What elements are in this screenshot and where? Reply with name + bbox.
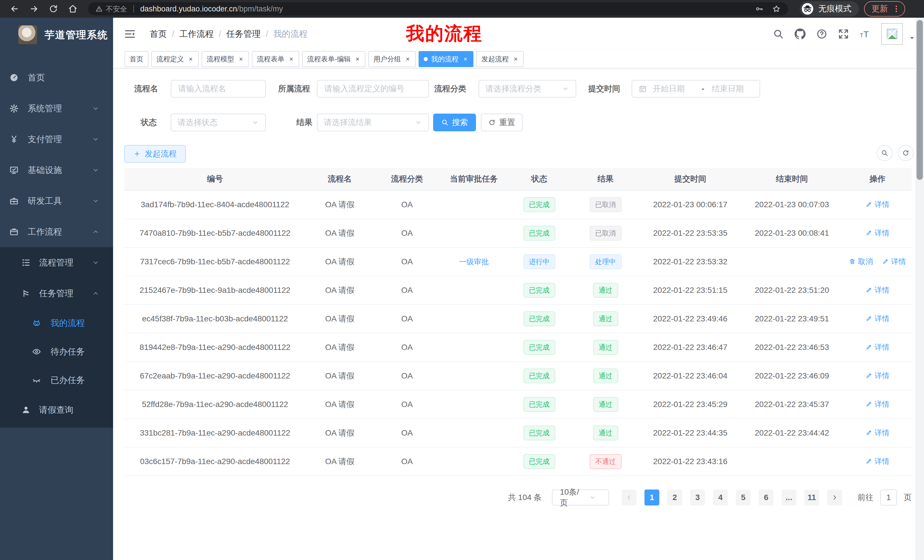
detail-link[interactable]: 详情 (866, 371, 890, 381)
app-logo[interactable]: 芋道管理系统 (0, 18, 113, 52)
close-icon[interactable] (405, 56, 411, 62)
not-secure-icon[interactable] (95, 5, 103, 13)
status-select[interactable]: 请选择状态 (171, 114, 266, 131)
sidebar-submenu-item[interactable]: 任务管理 (0, 278, 113, 309)
forward-icon[interactable] (29, 4, 39, 14)
sidebar-menu-item[interactable]: 系统管理 (0, 93, 113, 124)
tab[interactable]: 发起流程 (476, 51, 524, 67)
github-icon[interactable] (794, 28, 806, 40)
browser-update-button[interactable]: 更新 (864, 1, 905, 16)
start-process-button[interactable]: 发起流程 (124, 145, 186, 163)
page-button[interactable]: 1 (645, 490, 659, 506)
table-row[interactable]: 2152467e-7b9b-11ec-9a1b-acde48001122 OA … (124, 276, 912, 305)
password-key-icon[interactable] (755, 4, 764, 13)
address-bar[interactable]: 不安全 dashboard.yudao.iocoder.cn /bpm/task… (88, 2, 788, 15)
table-search-toggle-button[interactable] (877, 145, 892, 161)
table-row[interactable]: 7317cec6-7b9b-11ec-b5b7-acde48001122 OA … (124, 248, 912, 276)
table-row[interactable]: ec45f38f-7b9a-11ec-b03b-acde48001122 OA … (124, 305, 912, 333)
reset-button[interactable]: 重置 (481, 114, 522, 131)
detail-link[interactable]: 详情 (866, 428, 890, 438)
search-icon[interactable] (772, 28, 784, 40)
close-icon[interactable] (355, 56, 360, 62)
process-name-input[interactable] (178, 84, 259, 94)
table-row[interactable]: 331bc281-7b9a-11ec-a290-acde48001122 OA … (124, 419, 912, 448)
sidebar-task-item[interactable]: 我的流程 (0, 309, 113, 337)
bookmark-star-icon[interactable] (772, 4, 781, 13)
page-button[interactable]: 5 (736, 490, 751, 506)
fullscreen-icon[interactable] (838, 28, 849, 40)
page-button[interactable]: 2 (667, 490, 682, 506)
table-refresh-button[interactable] (898, 145, 914, 161)
prev-page-button[interactable] (622, 490, 636, 506)
page-button[interactable]: ... (782, 490, 796, 506)
category-select[interactable]: 请选择流程分类 (478, 80, 576, 97)
sidebar-menu-item[interactable]: 工作流程 (0, 216, 113, 247)
date-range-picker[interactable]: 开始日期 - 结束日期 (632, 80, 760, 97)
table-row[interactable]: 67c2eaab-7b9a-11ec-a290-acde48001122 OA … (124, 362, 912, 391)
sidebar-menu-item[interactable]: 基础设施 (0, 155, 113, 186)
scrollbar-track[interactable] (915, 18, 924, 560)
breadcrumb-item[interactable]: 首页 (150, 28, 167, 40)
sidebar-menu-item[interactable]: 首页 (0, 62, 113, 93)
cell-actions: 详情 (843, 342, 912, 353)
table-row[interactable]: 819442e8-7b9a-11ec-a290-acde48001122 OA … (124, 333, 912, 362)
close-icon[interactable] (513, 56, 519, 62)
result-select[interactable]: 请选择流结果 (317, 114, 429, 131)
close-icon[interactable] (238, 56, 244, 62)
caret-down-icon[interactable] (909, 34, 915, 41)
page-button[interactable]: 3 (690, 490, 705, 506)
sidebar-item-leave-query[interactable]: 请假查询 (0, 394, 113, 425)
page-button[interactable]: 4 (713, 490, 728, 506)
page-button[interactable]: 11 (804, 490, 819, 506)
plus-icon (134, 150, 141, 157)
tab[interactable]: 用户分组 (368, 51, 416, 67)
close-icon[interactable] (288, 56, 294, 62)
menu-kebab-icon[interactable] (892, 4, 901, 13)
detail-link[interactable]: 详情 (866, 199, 890, 210)
reload-icon[interactable] (48, 4, 58, 14)
close-icon[interactable] (188, 56, 194, 62)
table-row[interactable]: 7470a810-7b9b-11ec-b5b7-acde48001122 OA … (124, 219, 912, 248)
back-icon[interactable] (10, 4, 20, 14)
next-page-button[interactable] (827, 490, 842, 506)
search-button[interactable]: 搜索 (433, 114, 476, 131)
table-row[interactable]: 52ffd28e-7b9a-11ec-a290-acde48001122 OA … (124, 391, 912, 419)
home-icon[interactable] (68, 4, 78, 14)
sidebar-task-item[interactable]: 已办任务 (0, 366, 113, 394)
tab[interactable]: 我的流程 (418, 51, 473, 67)
cell-end-time: 2022-01-22 23:49:51 (741, 314, 843, 323)
tab[interactable]: 流程模型 (202, 51, 249, 67)
scrollbar-thumb[interactable] (916, 20, 923, 180)
tab[interactable]: 流程表单-编辑 (302, 51, 366, 67)
detail-link[interactable]: 详情 (866, 457, 890, 466)
tab[interactable]: 首页 (124, 51, 148, 67)
tab[interactable]: 流程表单 (252, 51, 299, 67)
table-row[interactable]: 3ad174fb-7b9d-11ec-8404-acde48001122 OA … (124, 191, 912, 219)
table-row[interactable]: 03c6c157-7b9a-11ec-a290-acde48001122 OA … (124, 448, 912, 476)
detail-link[interactable]: 详情 (866, 399, 890, 409)
help-icon[interactable] (816, 28, 828, 40)
tab[interactable]: 流程定义 (152, 51, 199, 67)
avatar[interactable] (881, 23, 903, 45)
hamburger-icon[interactable] (124, 28, 136, 40)
current-task-link[interactable]: 一级审批 (459, 257, 489, 267)
cancel-link[interactable]: 取消 (849, 257, 873, 267)
detail-link[interactable]: 详情 (882, 257, 906, 267)
detail-link[interactable]: 详情 (866, 228, 890, 238)
detail-link[interactable]: 详情 (866, 285, 890, 295)
detail-link[interactable]: 详情 (866, 342, 890, 352)
font-size-icon[interactable]: TT (860, 28, 871, 40)
sidebar-menu-item[interactable]: 支付管理 (0, 124, 113, 155)
breadcrumb-item[interactable]: 工作流程 (179, 28, 214, 40)
sidebar-menu-item[interactable]: 研发工具 (0, 186, 113, 216)
sidebar-task-item[interactable]: 待办任务 (0, 337, 113, 366)
filter-submit-time-label: 提交时间 (588, 80, 620, 97)
goto-page-input[interactable] (880, 490, 897, 506)
sidebar-submenu-item[interactable]: 流程管理 (0, 247, 113, 278)
breadcrumb-item[interactable]: 任务管理 (226, 28, 261, 40)
close-icon[interactable] (463, 56, 468, 62)
detail-link[interactable]: 详情 (866, 314, 890, 324)
page-size-select[interactable]: 10条/页 (552, 490, 609, 506)
page-button[interactable]: 6 (759, 490, 774, 506)
process-definition-input[interactable] (324, 84, 422, 94)
